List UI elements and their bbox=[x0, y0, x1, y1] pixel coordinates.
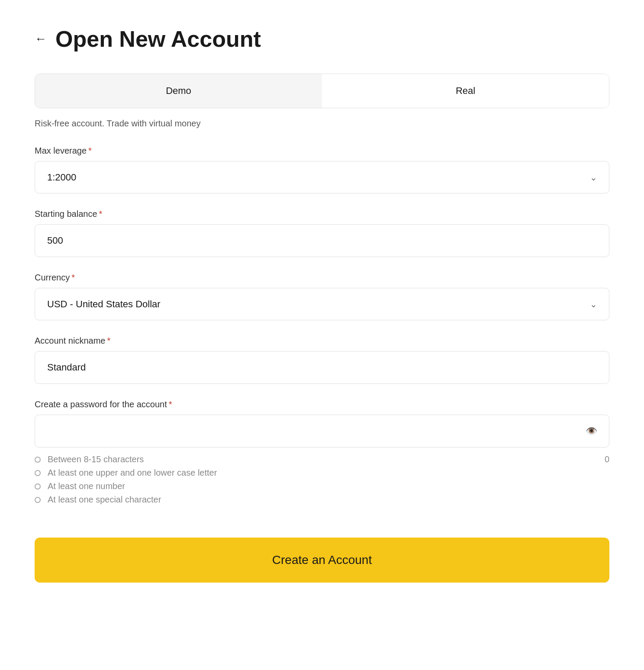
leverage-section: Max leverage * 1:2000 1:1000 1:500 1:200… bbox=[35, 146, 609, 193]
page-title: Open New Account bbox=[55, 26, 261, 52]
tab-real[interactable]: Real bbox=[322, 74, 609, 108]
account-subtitle: Risk-free account. Trade with virtual mo… bbox=[35, 119, 609, 129]
password-label: Create a password for the account * bbox=[35, 399, 609, 409]
leverage-required: * bbox=[88, 146, 92, 156]
tab-demo[interactable]: Demo bbox=[35, 74, 322, 108]
rule-length: Between 8-15 characters bbox=[35, 454, 609, 464]
leverage-select[interactable]: 1:2000 1:1000 1:500 1:200 1:100 1:50 1:1… bbox=[35, 161, 609, 193]
rule-special: At least one special character bbox=[35, 495, 609, 505]
currency-select[interactable]: USD - United States Dollar EUR - Euro GB… bbox=[35, 288, 609, 320]
rule-length-text: Between 8-15 characters bbox=[48, 454, 144, 464]
balance-section: Starting balance * bbox=[35, 209, 609, 257]
currency-label: Currency * bbox=[35, 273, 609, 283]
rule-number-bullet bbox=[35, 483, 41, 490]
password-required: * bbox=[169, 399, 172, 409]
nickname-section: Account nickname * bbox=[35, 336, 609, 384]
starting-balance-input[interactable] bbox=[35, 224, 609, 257]
back-button[interactable]: ← bbox=[35, 33, 47, 45]
password-input-wrapper: 👁️ bbox=[35, 415, 609, 448]
rule-special-text: At least one special character bbox=[48, 495, 161, 505]
eye-icon: 👁️ bbox=[586, 425, 597, 436]
account-type-tabs: Demo Real bbox=[35, 74, 609, 108]
rule-number-text: At least one number bbox=[48, 481, 125, 491]
rule-case-bullet bbox=[35, 470, 41, 476]
currency-required: * bbox=[71, 273, 75, 283]
balance-required: * bbox=[99, 209, 103, 219]
nickname-required: * bbox=[107, 336, 110, 346]
password-rules: 0 Between 8-15 characters At least one u… bbox=[35, 454, 609, 505]
leverage-select-wrapper: 1:2000 1:1000 1:500 1:200 1:100 1:50 1:1… bbox=[35, 161, 609, 193]
rule-length-bullet bbox=[35, 457, 41, 463]
rule-number: At least one number bbox=[35, 481, 609, 491]
currency-section: Currency * USD - United States Dollar EU… bbox=[35, 273, 609, 320]
balance-label: Starting balance * bbox=[35, 209, 609, 219]
rule-special-bullet bbox=[35, 497, 41, 503]
back-icon: ← bbox=[35, 32, 47, 45]
leverage-label: Max leverage * bbox=[35, 146, 609, 156]
currency-select-wrapper: USD - United States Dollar EUR - Euro GB… bbox=[35, 288, 609, 320]
nickname-input[interactable] bbox=[35, 351, 609, 384]
create-account-button[interactable]: Create an Account bbox=[35, 538, 609, 583]
password-section: Create a password for the account * 👁️ 0… bbox=[35, 399, 609, 505]
password-input[interactable] bbox=[35, 415, 609, 448]
password-toggle-button[interactable]: 👁️ bbox=[586, 425, 597, 437]
char-count: 0 bbox=[605, 454, 609, 464]
rule-case: At least one upper and one lower case le… bbox=[35, 468, 609, 478]
nickname-label: Account nickname * bbox=[35, 336, 609, 346]
rule-case-text: At least one upper and one lower case le… bbox=[48, 468, 217, 478]
